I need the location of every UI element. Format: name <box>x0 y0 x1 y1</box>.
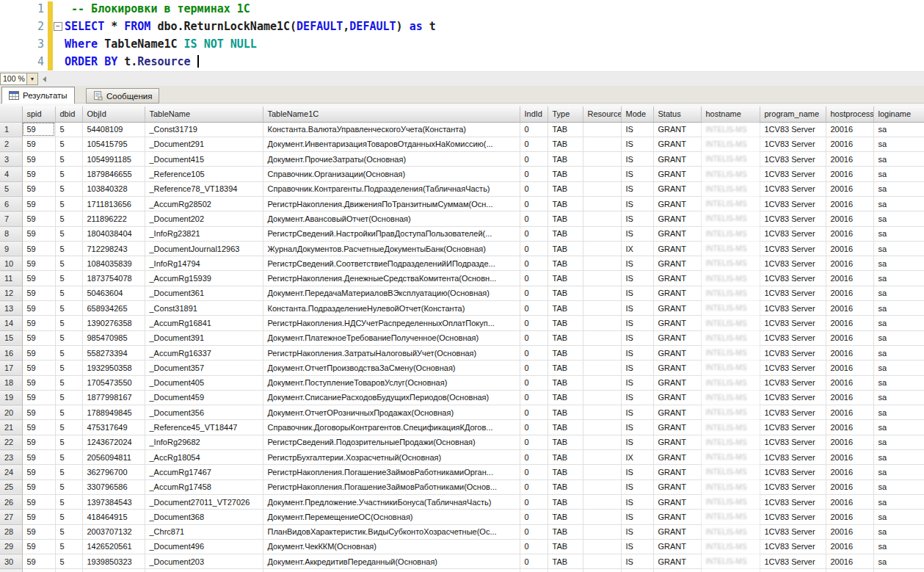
cell-spid[interactable]: 59 <box>22 345 55 360</box>
cell-dbid[interactable]: 5 <box>55 316 82 330</box>
row-number-cell[interactable]: 7 <box>0 211 22 226</box>
cell-indid[interactable]: 0 <box>520 345 548 360</box>
cell-tablename[interactable]: _Document413 <box>145 569 263 572</box>
cell-dbid[interactable]: 5 <box>55 390 82 405</box>
cell-resource[interactable] <box>583 256 621 271</box>
cell-status[interactable]: GRANT <box>653 390 701 405</box>
cell-tablename1c[interactable]: Документ.АвансовыйОтчет(Основная) <box>263 211 520 226</box>
column-header-hostprocess[interactable]: hostprocess <box>826 106 873 122</box>
cell-program-name[interactable]: 1CV83 Server <box>760 510 826 524</box>
cell-type[interactable]: TAB <box>548 152 583 167</box>
column-header-resource[interactable]: Resource <box>583 106 621 122</box>
cell-dbid[interactable]: 5 <box>55 554 82 569</box>
cell-mode[interactable]: IS <box>621 196 653 211</box>
cell-loginame[interactable]: sa <box>873 361 924 375</box>
cell-program-name[interactable]: 1CV83 Server <box>760 435 826 449</box>
cell-type[interactable]: TAB <box>548 122 583 137</box>
cell-dbid[interactable]: 5 <box>55 256 82 271</box>
cell-hostname[interactable]: INTELIS-MS <box>701 241 760 256</box>
cell-mode[interactable]: IS <box>621 375 653 390</box>
cell-hostname[interactable]: INTELIS-MS <box>701 465 760 479</box>
cell-tablename[interactable]: _Document27011_VT27026 <box>145 494 263 509</box>
cell-indid[interactable]: 0 <box>520 479 548 494</box>
cell-status[interactable]: GRANT <box>653 554 701 569</box>
cell-loginame[interactable]: sa <box>873 524 924 539</box>
cell-dbid[interactable]: 5 <box>55 375 82 390</box>
cell-program-name[interactable]: 1CV83 Server <box>760 494 826 509</box>
cell-objid[interactable]: 2003707132 <box>82 524 145 539</box>
cell-tablename1c[interactable]: РегистрНакопления.НДСУчетРаспределенныхО… <box>263 316 520 330</box>
cell-type[interactable]: TAB <box>548 345 583 360</box>
cell-type[interactable]: TAB <box>548 524 583 539</box>
cell-status[interactable]: GRANT <box>653 435 701 449</box>
cell-mode[interactable]: IS <box>621 122 653 137</box>
cell-program-name[interactable]: 1CV83 Server <box>760 226 826 241</box>
cell-type[interactable]: TAB <box>548 450 583 465</box>
cell-mode[interactable]: IS <box>621 405 653 420</box>
cell-hostname[interactable]: INTELIS-MS <box>701 479 760 494</box>
row-number-cell[interactable]: 24 <box>0 465 22 479</box>
cell-tablename1c[interactable]: Документ.ПлатежноеТребованиеПолученное(О… <box>263 330 520 345</box>
cell-status[interactable]: GRANT <box>653 524 701 539</box>
cell-dbid[interactable]: 5 <box>55 465 82 479</box>
cell-spid[interactable]: 59 <box>22 256 55 271</box>
cell-loginame[interactable]: sa <box>873 479 924 494</box>
code-line[interactable]: 1 -- Блокировки в терминах 1С <box>0 0 924 18</box>
column-header-spid[interactable]: spid <box>22 106 55 122</box>
cell-tablename[interactable]: _AccumRg16337 <box>145 345 263 360</box>
cell-spid[interactable]: 59 <box>22 524 55 539</box>
cell-hostname[interactable]: INTELIS-MS <box>701 524 760 539</box>
cell-mode[interactable]: IS <box>621 256 653 271</box>
row-number-cell[interactable]: 9 <box>0 241 22 256</box>
row-number-cell[interactable]: 27 <box>0 510 22 524</box>
cell-tablename[interactable]: _Document361 <box>145 286 263 300</box>
row-number-cell[interactable]: 21 <box>0 420 22 435</box>
cell-hostprocess[interactable]: 20016 <box>826 539 873 554</box>
cell-status[interactable]: GRANT <box>653 301 701 316</box>
cell-program-name[interactable]: 1CV83 Server <box>760 390 826 405</box>
cell-dbid[interactable]: 5 <box>55 181 82 196</box>
cell-dbid[interactable]: 5 <box>55 494 82 509</box>
cell-type[interactable]: TAB <box>548 510 583 524</box>
cell-objid[interactable]: 211896222 <box>82 211 145 226</box>
cell-objid[interactable]: 1390276358 <box>82 316 145 330</box>
cell-objid[interactable]: 1873754078 <box>82 271 145 286</box>
cell-status[interactable]: GRANT <box>653 420 701 435</box>
cell-loginame[interactable]: sa <box>873 405 924 420</box>
cell-type[interactable]: TAB <box>548 375 583 390</box>
cell-mode[interactable]: IS <box>621 465 653 479</box>
cell-tablename[interactable]: _Document291 <box>145 137 263 151</box>
cell-spid[interactable]: 59 <box>22 539 55 554</box>
cell-dbid[interactable]: 5 <box>55 345 82 360</box>
cell-loginame[interactable]: sa <box>873 196 924 211</box>
cell-hostname[interactable]: INTELIS-MS <box>701 390 760 405</box>
row-number-cell[interactable]: 5 <box>0 181 22 196</box>
cell-loginame[interactable]: sa <box>873 167 924 181</box>
cell-indid[interactable]: 0 <box>520 450 548 465</box>
cell-hostprocess[interactable]: 20016 <box>826 554 873 569</box>
cell-dbid[interactable]: 5 <box>55 286 82 300</box>
column-header-program-name[interactable]: program_name <box>760 106 826 122</box>
cell-loginame[interactable]: sa <box>873 316 924 330</box>
cell-objid[interactable]: 1932950358 <box>82 361 145 375</box>
cell-indid[interactable]: 0 <box>520 286 548 300</box>
cell-tablename1c[interactable]: РегистрНакопления.ЗатратыНалоговыйУчет(О… <box>263 345 520 360</box>
cell-objid[interactable]: 330796586 <box>82 479 145 494</box>
cell-type[interactable]: TAB <box>548 554 583 569</box>
zoom-value[interactable]: 100 % <box>0 73 27 85</box>
cell-hostprocess[interactable]: 20016 <box>826 256 873 271</box>
cell-mode[interactable]: IS <box>621 181 653 196</box>
cell-objid[interactable]: 105415795 <box>82 137 145 151</box>
cell-mode[interactable]: IS <box>621 271 653 286</box>
cell-tablename1c[interactable]: Документ.ПрочиеЗатраты(Основная) <box>263 152 520 167</box>
cell-indid[interactable]: 0 <box>520 554 548 569</box>
column-header-hostname[interactable]: hostname <box>701 106 760 122</box>
tab-results[interactable]: Результаты <box>1 87 75 104</box>
cell-hostprocess[interactable]: 20016 <box>826 316 873 330</box>
row-number-cell[interactable]: 14 <box>0 316 22 330</box>
cell-type[interactable]: TAB <box>548 256 583 271</box>
cell-spid[interactable]: 59 <box>22 390 55 405</box>
cell-tablename1c[interactable]: Документ.ПолученныйКраткосрочныйЗаем(Осн… <box>263 569 520 572</box>
cell-resource[interactable] <box>583 405 621 420</box>
cell-dbid[interactable]: 5 <box>55 569 82 572</box>
